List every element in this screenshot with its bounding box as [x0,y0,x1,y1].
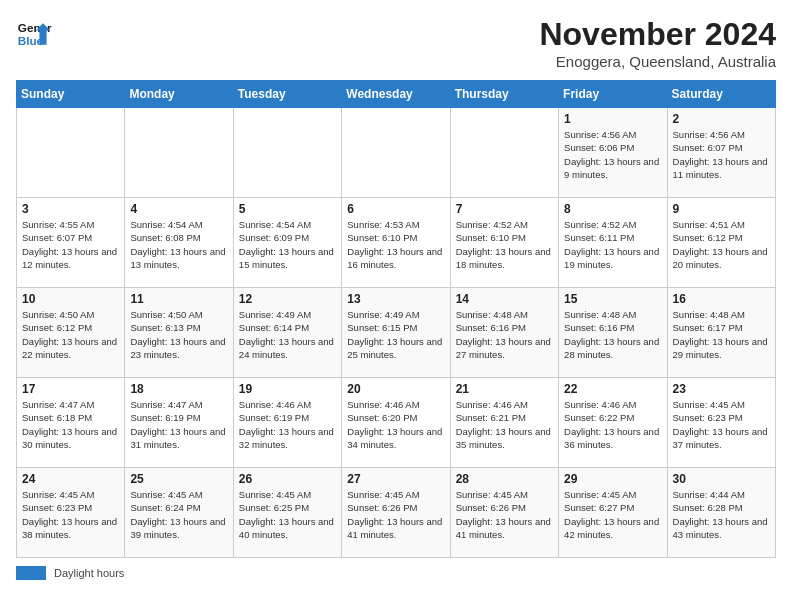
calendar-cell [342,108,450,198]
calendar-cell: 19Sunrise: 4:46 AM Sunset: 6:19 PM Dayli… [233,378,341,468]
day-number: 15 [564,292,661,306]
day-number: 2 [673,112,770,126]
weekday-header: Saturday [667,81,775,108]
day-info: Sunrise: 4:52 AM Sunset: 6:10 PM Dayligh… [456,218,553,271]
logo: General Blue [16,16,52,52]
legend: Daylight hours [16,566,776,580]
day-info: Sunrise: 4:45 AM Sunset: 6:23 PM Dayligh… [673,398,770,451]
calendar-cell: 24Sunrise: 4:45 AM Sunset: 6:23 PM Dayli… [17,468,125,558]
day-number: 26 [239,472,336,486]
day-number: 8 [564,202,661,216]
day-info: Sunrise: 4:51 AM Sunset: 6:12 PM Dayligh… [673,218,770,271]
day-number: 12 [239,292,336,306]
page-header: General Blue November 2024 Enoggera, Que… [16,16,776,70]
day-number: 17 [22,382,119,396]
calendar-cell: 21Sunrise: 4:46 AM Sunset: 6:21 PM Dayli… [450,378,558,468]
calendar-cell: 29Sunrise: 4:45 AM Sunset: 6:27 PM Dayli… [559,468,667,558]
day-number: 16 [673,292,770,306]
day-number: 5 [239,202,336,216]
day-info: Sunrise: 4:45 AM Sunset: 6:25 PM Dayligh… [239,488,336,541]
day-number: 18 [130,382,227,396]
weekday-header: Monday [125,81,233,108]
day-info: Sunrise: 4:45 AM Sunset: 6:24 PM Dayligh… [130,488,227,541]
title-area: November 2024 Enoggera, Queensland, Aust… [539,16,776,70]
calendar-cell: 8Sunrise: 4:52 AM Sunset: 6:11 PM Daylig… [559,198,667,288]
day-info: Sunrise: 4:56 AM Sunset: 6:06 PM Dayligh… [564,128,661,181]
calendar-cell: 9Sunrise: 4:51 AM Sunset: 6:12 PM Daylig… [667,198,775,288]
day-info: Sunrise: 4:45 AM Sunset: 6:26 PM Dayligh… [456,488,553,541]
calendar-week-row: 10Sunrise: 4:50 AM Sunset: 6:12 PM Dayli… [17,288,776,378]
calendar-cell: 11Sunrise: 4:50 AM Sunset: 6:13 PM Dayli… [125,288,233,378]
calendar-cell: 6Sunrise: 4:53 AM Sunset: 6:10 PM Daylig… [342,198,450,288]
calendar-cell: 13Sunrise: 4:49 AM Sunset: 6:15 PM Dayli… [342,288,450,378]
calendar-table: SundayMondayTuesdayWednesdayThursdayFrid… [16,80,776,558]
calendar-cell: 30Sunrise: 4:44 AM Sunset: 6:28 PM Dayli… [667,468,775,558]
day-info: Sunrise: 4:50 AM Sunset: 6:13 PM Dayligh… [130,308,227,361]
location: Enoggera, Queensland, Australia [539,53,776,70]
day-info: Sunrise: 4:48 AM Sunset: 6:16 PM Dayligh… [564,308,661,361]
day-number: 23 [673,382,770,396]
day-info: Sunrise: 4:48 AM Sunset: 6:17 PM Dayligh… [673,308,770,361]
day-number: 13 [347,292,444,306]
day-number: 3 [22,202,119,216]
day-info: Sunrise: 4:47 AM Sunset: 6:19 PM Dayligh… [130,398,227,451]
day-info: Sunrise: 4:49 AM Sunset: 6:14 PM Dayligh… [239,308,336,361]
day-info: Sunrise: 4:49 AM Sunset: 6:15 PM Dayligh… [347,308,444,361]
weekday-header: Wednesday [342,81,450,108]
day-info: Sunrise: 4:45 AM Sunset: 6:23 PM Dayligh… [22,488,119,541]
weekday-header: Thursday [450,81,558,108]
day-number: 22 [564,382,661,396]
calendar-week-row: 24Sunrise: 4:45 AM Sunset: 6:23 PM Dayli… [17,468,776,558]
day-number: 1 [564,112,661,126]
day-number: 14 [456,292,553,306]
month-title: November 2024 [539,16,776,53]
weekday-header: Tuesday [233,81,341,108]
calendar-cell: 28Sunrise: 4:45 AM Sunset: 6:26 PM Dayli… [450,468,558,558]
day-number: 25 [130,472,227,486]
day-number: 20 [347,382,444,396]
day-number: 24 [22,472,119,486]
day-number: 4 [130,202,227,216]
legend-label: Daylight hours [54,567,124,579]
day-info: Sunrise: 4:56 AM Sunset: 6:07 PM Dayligh… [673,128,770,181]
legend-color-box [16,566,46,580]
calendar-cell [233,108,341,198]
calendar-cell: 4Sunrise: 4:54 AM Sunset: 6:08 PM Daylig… [125,198,233,288]
weekday-header: Friday [559,81,667,108]
calendar-cell: 2Sunrise: 4:56 AM Sunset: 6:07 PM Daylig… [667,108,775,198]
calendar-cell: 15Sunrise: 4:48 AM Sunset: 6:16 PM Dayli… [559,288,667,378]
day-info: Sunrise: 4:44 AM Sunset: 6:28 PM Dayligh… [673,488,770,541]
day-info: Sunrise: 4:45 AM Sunset: 6:27 PM Dayligh… [564,488,661,541]
calendar-week-row: 1Sunrise: 4:56 AM Sunset: 6:06 PM Daylig… [17,108,776,198]
day-info: Sunrise: 4:48 AM Sunset: 6:16 PM Dayligh… [456,308,553,361]
calendar-cell: 26Sunrise: 4:45 AM Sunset: 6:25 PM Dayli… [233,468,341,558]
day-info: Sunrise: 4:54 AM Sunset: 6:08 PM Dayligh… [130,218,227,271]
weekday-header: Sunday [17,81,125,108]
calendar-cell: 22Sunrise: 4:46 AM Sunset: 6:22 PM Dayli… [559,378,667,468]
day-number: 11 [130,292,227,306]
day-number: 6 [347,202,444,216]
day-info: Sunrise: 4:54 AM Sunset: 6:09 PM Dayligh… [239,218,336,271]
day-number: 9 [673,202,770,216]
calendar-cell: 17Sunrise: 4:47 AM Sunset: 6:18 PM Dayli… [17,378,125,468]
calendar-cell: 27Sunrise: 4:45 AM Sunset: 6:26 PM Dayli… [342,468,450,558]
calendar-cell [17,108,125,198]
calendar-cell: 18Sunrise: 4:47 AM Sunset: 6:19 PM Dayli… [125,378,233,468]
calendar-cell: 23Sunrise: 4:45 AM Sunset: 6:23 PM Dayli… [667,378,775,468]
day-info: Sunrise: 4:46 AM Sunset: 6:22 PM Dayligh… [564,398,661,451]
calendar-cell: 14Sunrise: 4:48 AM Sunset: 6:16 PM Dayli… [450,288,558,378]
day-number: 21 [456,382,553,396]
calendar-cell: 25Sunrise: 4:45 AM Sunset: 6:24 PM Dayli… [125,468,233,558]
logo-icon: General Blue [16,16,52,52]
calendar-cell: 5Sunrise: 4:54 AM Sunset: 6:09 PM Daylig… [233,198,341,288]
calendar-cell: 12Sunrise: 4:49 AM Sunset: 6:14 PM Dayli… [233,288,341,378]
day-info: Sunrise: 4:50 AM Sunset: 6:12 PM Dayligh… [22,308,119,361]
calendar-body: 1Sunrise: 4:56 AM Sunset: 6:06 PM Daylig… [17,108,776,558]
day-number: 7 [456,202,553,216]
calendar-cell [125,108,233,198]
calendar-cell: 16Sunrise: 4:48 AM Sunset: 6:17 PM Dayli… [667,288,775,378]
calendar-cell: 10Sunrise: 4:50 AM Sunset: 6:12 PM Dayli… [17,288,125,378]
calendar-week-row: 17Sunrise: 4:47 AM Sunset: 6:18 PM Dayli… [17,378,776,468]
day-number: 27 [347,472,444,486]
day-info: Sunrise: 4:46 AM Sunset: 6:19 PM Dayligh… [239,398,336,451]
